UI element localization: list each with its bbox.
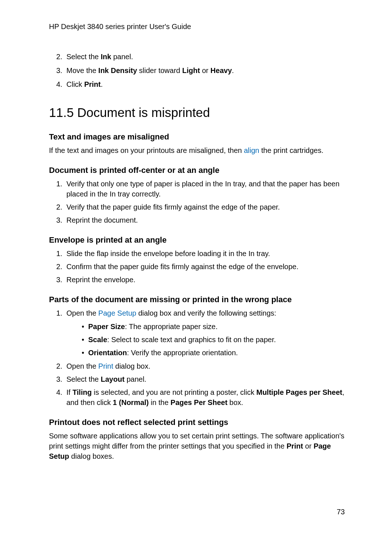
item-bold: Paper Size [88,323,125,331]
item-number: 3. [56,275,62,285]
item-text: Verify that the paper guide fits firmly … [66,203,280,211]
item-number: 3. [56,215,62,225]
print-link[interactable]: Print [98,362,113,370]
item-number: 2. [56,202,62,212]
subsection-heading: Printout does not reflect selected print… [49,418,345,427]
item-text: dialog box. [113,362,150,370]
item-bold: Multiple Pages per Sheet [256,388,342,396]
item-text: Move the [66,66,98,74]
list-item: 4. If Tiling is selected, and you are no… [56,387,345,408]
item-text: Click [66,80,84,88]
paragraph: If the text and images on your printouts… [49,145,345,155]
item-bold: Pages Per Sheet [171,398,228,406]
section-heading: 11.5 Document is misprinted [49,105,345,120]
item-text: box. [228,398,243,406]
item-text: : The appropriate paper size. [125,323,217,331]
list-item: Scale: Select to scale text and graphics… [82,334,345,345]
item-text: in the [149,398,171,406]
item-text: Reprint the document. [66,216,138,224]
item-bold: 1 (Normal) [113,398,149,406]
subsection-heading: Document is printed off-center or at an … [49,166,345,175]
para-text: or [303,442,314,450]
list-item: 3. Reprint the document. [56,215,345,225]
item-number: 3. [56,65,62,76]
list-item: 2. Open the Print dialog box. [56,361,345,371]
list-item: 4. Click Print. [56,79,345,90]
item-text: . [101,80,103,88]
list-item: 1. Verify that only one type of paper is… [56,179,345,199]
item-text: Select the [66,53,101,61]
item-text: If [66,388,73,396]
item-bold: Layout [101,375,125,383]
list-item: 1. Open the Page Setup dialog box and ve… [56,308,345,358]
list-item: 3. Move the Ink Density slider toward Li… [56,65,345,76]
item-text: dialog box and verify the following sett… [136,309,276,317]
item-text: panel. [111,53,133,61]
bullet-list: Paper Size: The appropriate paper size. … [82,321,345,358]
item-number: 4. [56,79,62,90]
para-text: the print cartridges. [259,146,323,154]
item-bold: Heavy [211,66,232,74]
item-number: 1. [56,308,62,318]
list-item: Paper Size: The appropriate paper size. [82,321,345,332]
list-item: Orientation: Verify the appropriate orie… [82,347,345,358]
top-steps-list: 2. Select the Ink panel. 3. Move the Ink… [56,51,345,90]
item-bold: Tiling [73,388,92,396]
paragraph: Some software applications allow you to … [49,431,345,461]
item-text: panel. [124,375,146,383]
item-text: Verify that only one type of paper is pl… [66,180,339,198]
item-bold: Print [84,80,101,88]
numbered-list: 1. Verify that only one type of paper is… [56,179,345,225]
item-number: 3. [56,374,62,384]
subsection-heading: Envelope is printed at an angle [49,235,345,245]
item-text: . [232,66,234,74]
subsection-heading: Text and images are misaligned [49,132,345,142]
item-text: : Select to scale text and graphics to f… [107,336,276,344]
page-setup-link[interactable]: Page Setup [98,309,136,317]
list-item: 2. Confirm that the paper guide fits fir… [56,262,345,272]
item-text: is selected, and you are not printing a … [92,388,257,396]
item-text: Slide the flap inside the envelope befor… [66,250,270,258]
page-number: 73 [337,508,345,516]
list-item: 3. Select the Layout panel. [56,374,345,384]
para-text: If the text and images on your printouts… [49,146,244,154]
numbered-list: 1. Open the Page Setup dialog box and ve… [56,308,345,408]
item-number: 2. [56,361,62,371]
item-bold: Orientation [88,349,127,357]
numbered-list: 1. Slide the flap inside the envelope be… [56,248,345,285]
item-number: 1. [56,248,62,259]
item-text: Open the [66,309,98,317]
item-text: Select the [66,375,101,383]
list-item: 1. Slide the flap inside the envelope be… [56,248,345,259]
item-number: 4. [56,387,62,397]
list-item: 3. Reprint the envelope. [56,275,345,285]
page-header: HP Deskjet 3840 series printer User's Gu… [49,23,345,31]
align-link[interactable]: align [244,146,259,154]
item-bold: Ink Density [98,66,137,74]
list-item: 2. Select the Ink panel. [56,51,345,62]
item-bold: Light [182,66,200,74]
item-text: : Verify the appropriate orientation. [127,349,238,357]
item-number: 2. [56,262,62,272]
para-text: dialog boxes. [69,452,114,460]
list-item: 2. Verify that the paper guide fits firm… [56,202,345,212]
item-text: Confirm that the paper guide fits firmly… [66,263,298,271]
subsection-heading: Parts of the document are missing or pri… [49,295,345,304]
item-bold: Scale [88,336,107,344]
item-number: 2. [56,51,62,62]
item-number: 1. [56,179,62,189]
para-bold: Print [286,442,303,450]
item-text: Reprint the envelope. [66,276,135,284]
item-text: Open the [66,362,98,370]
item-text: slider toward [137,66,183,74]
item-bold: Ink [101,53,111,61]
item-text: or [200,66,211,74]
